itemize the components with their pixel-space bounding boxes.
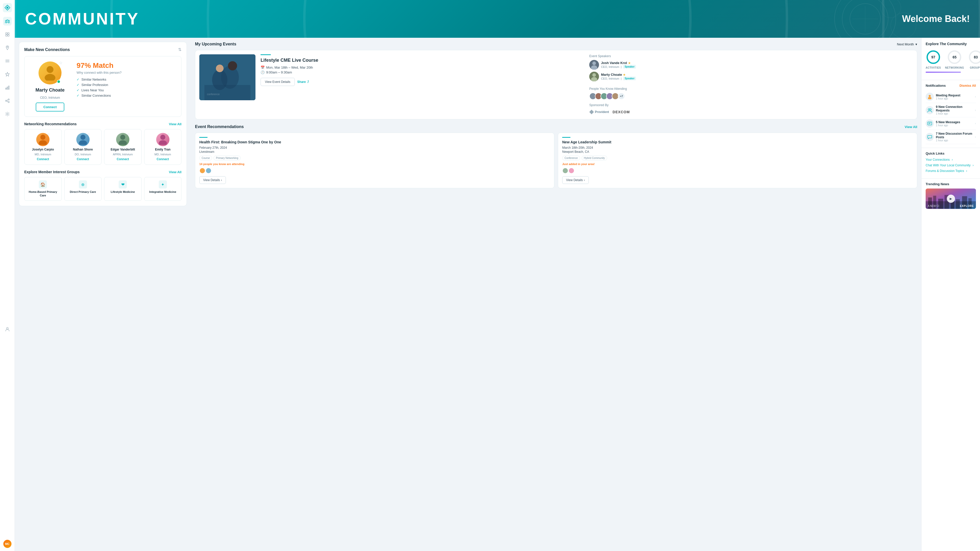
view-event-button[interactable]: View Event Details xyxy=(261,78,295,86)
emily-star-icon[interactable]: ☆ xyxy=(167,132,170,136)
marty-meta: CEO, Intrivium | Speaker xyxy=(601,76,636,80)
left-panel: Make New Connections ⇅ xyxy=(15,38,191,551)
group-card-lifestyle[interactable]: ❤ Lifestyle Medicine xyxy=(104,177,142,201)
svg-point-30 xyxy=(47,66,54,73)
sidebar-icon-settings[interactable] xyxy=(3,110,12,118)
reco-att-3 xyxy=(562,168,568,174)
check-icon-1: ✓ xyxy=(76,78,80,81)
group-card-homebased[interactable]: 🏠 Home-Based Primary Care xyxy=(24,177,62,201)
share-button[interactable]: Share ⤴ xyxy=(298,80,309,84)
play-button[interactable]: ▶ xyxy=(947,195,955,203)
sidebar-icon-user[interactable] xyxy=(3,325,12,333)
svg-line-20 xyxy=(6,101,8,102)
notif-icon-2 xyxy=(926,106,934,114)
notif-text-4: 7 New Discussion Forum Posts 1 hour ago xyxy=(936,132,973,142)
connections-header: Make New Connections ⇅ xyxy=(24,47,181,52)
content-area: Make New Connections ⇅ xyxy=(15,38,980,551)
svg-rect-15 xyxy=(8,86,9,89)
notif-chevron-4: › xyxy=(975,135,976,139)
groups-header: Explore Member Interest Groups View All xyxy=(24,170,181,174)
group-card-direct[interactable]: ⊕ Direct Primary Care xyxy=(64,177,102,201)
reco-attendees-2 xyxy=(562,168,913,174)
svg-rect-63 xyxy=(928,122,932,125)
recommendations-section: Event Recommendations View All Health Fi… xyxy=(195,124,917,188)
notif-icon-3 xyxy=(926,119,934,127)
ql-chat-community[interactable]: Chat With Your Local Community › xyxy=(926,164,976,167)
group-card-integrative[interactable]: ✦ Integrative Medicine xyxy=(144,177,182,201)
edgar-star-icon[interactable]: ☆ xyxy=(127,132,130,136)
attending-count: +7 xyxy=(618,93,625,100)
check-icon-3: ✓ xyxy=(76,88,80,92)
reco-attendees-1 xyxy=(199,168,550,174)
groups-view-all[interactable]: View All xyxy=(169,170,181,174)
notifications-title: Notifications xyxy=(926,84,946,87)
event-accent-bar xyxy=(261,54,271,55)
edgar-name: Edgar Vanderbilt xyxy=(111,148,135,151)
edgar-connect[interactable]: Connect xyxy=(117,157,129,161)
svg-point-32 xyxy=(40,135,45,140)
ql-your-connections[interactable]: Your Connections › xyxy=(926,158,976,162)
sidebar-icon-chart[interactable] xyxy=(3,83,12,92)
match-why-text: Why connect with this person? xyxy=(76,71,176,75)
marty-speaker-badge: Speaker xyxy=(623,76,636,80)
dismiss-all-button[interactable]: Dismiss All xyxy=(959,84,976,87)
trending-thumbnail[interactable]: ▶ EXPLORE A NEW CI xyxy=(926,189,976,209)
svg-point-60 xyxy=(928,97,932,99)
joselyn-star-icon[interactable]: ☆ xyxy=(47,132,50,136)
svg-point-39 xyxy=(159,140,167,145)
reco-tag-hybrid: Hybrid Community xyxy=(582,156,607,160)
match-reason-1: ✓ Similar Networks xyxy=(76,78,176,81)
middle-panel: My Upcoming Events Next Month ▾ xyxy=(191,38,921,551)
sidebar-icon-menu[interactable] xyxy=(3,57,12,65)
reco-view-btn-2[interactable]: View Details › xyxy=(562,176,589,184)
notif-chevron-3: › xyxy=(975,122,976,125)
arrow-icon-2: › xyxy=(584,178,585,182)
nathan-connect[interactable]: Connect xyxy=(77,157,89,161)
speaker-marty: Marty Choate ★ CEO, Intrivium | Speaker xyxy=(589,72,913,81)
nathan-avatar-wrap: ☆ xyxy=(76,133,89,146)
app-logo[interactable] xyxy=(3,3,12,12)
user-avatar[interactable]: MC xyxy=(3,540,11,548)
nathan-star-icon[interactable]: ☆ xyxy=(87,132,90,136)
match-star-icon[interactable]: ☆ xyxy=(59,60,62,65)
sidebar-icon-community[interactable] xyxy=(3,17,12,25)
notif-meeting-request[interactable]: Meeting Request 1 hour ago › xyxy=(926,91,976,103)
reco-tag-conf: Conference xyxy=(562,156,580,160)
trending-title: Trending News xyxy=(926,182,976,186)
reco-att-2 xyxy=(205,168,212,174)
chevron-down-icon: ▾ xyxy=(915,42,917,46)
reco-view-all[interactable]: View All xyxy=(905,125,917,129)
sidebar-icon-star[interactable] xyxy=(3,70,12,79)
circle-networking: 65 NETWORKING xyxy=(945,49,964,69)
month-selector[interactable]: Next Month ▾ xyxy=(897,42,917,46)
svg-point-59 xyxy=(929,95,931,97)
sidebar-icon-location[interactable] xyxy=(3,43,12,52)
networking-view-all[interactable]: View All xyxy=(169,122,181,126)
sidebar-icon-connect[interactable] xyxy=(3,97,12,105)
reco-header: Event Recommendations View All xyxy=(195,124,917,129)
reco-view-btn-1[interactable]: View Details › xyxy=(199,176,226,184)
match-online-indicator xyxy=(57,80,60,83)
notif-messages[interactable]: 5 New Messages 1 hour ago › xyxy=(926,118,976,130)
svg-rect-5 xyxy=(6,33,7,34)
josh-name: Josh Vande Krol ★ xyxy=(601,61,636,65)
nathan-role: DO, Intrivium xyxy=(75,153,91,156)
svg-rect-7 xyxy=(6,35,7,36)
events-header: My Upcoming Events Next Month ▾ xyxy=(195,42,917,46)
marty-avatar xyxy=(589,72,599,81)
notif-forum[interactable]: 7 New Discussion Forum Posts 1 hour ago … xyxy=(926,130,976,144)
explore-title: Explore The Community xyxy=(926,42,976,46)
network-card-nathan: ☆ Nathan Shore DO, Intrivium Connect xyxy=(64,129,102,165)
match-right: 97% Match Why connect with this person? … xyxy=(76,62,176,111)
match-person-left: ☆ Marty Choate CEO, Intrivium Connect xyxy=(30,62,70,111)
notif-connections[interactable]: 9 New Connection Requests 1 hour ago › xyxy=(926,103,976,118)
calendar-icon: 📅 xyxy=(261,65,265,69)
sidebar-icon-network[interactable] xyxy=(3,30,12,39)
trending-explore-label: EXPLORE xyxy=(960,205,974,207)
ql-forums[interactable]: Forums & Discussion Topics › xyxy=(926,169,976,173)
emily-connect[interactable]: Connect xyxy=(157,157,169,161)
notif-icon-4 xyxy=(926,133,934,141)
joselyn-connect[interactable]: Connect xyxy=(37,157,49,161)
filter-icon[interactable]: ⇅ xyxy=(178,47,181,52)
match-connect-button[interactable]: Connect xyxy=(36,103,64,111)
